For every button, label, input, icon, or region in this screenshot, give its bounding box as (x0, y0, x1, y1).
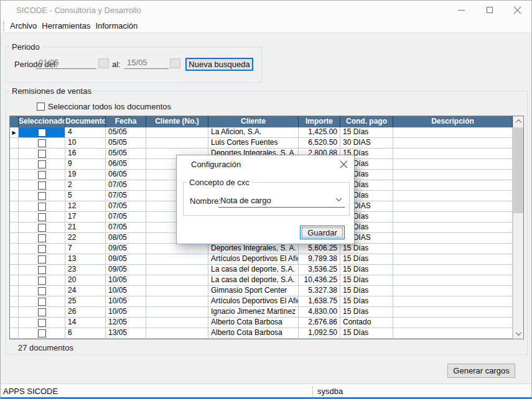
cell-seleccionado[interactable] (19, 286, 65, 296)
cell-cliente-no[interactable] (146, 244, 208, 254)
cell-seleccionado[interactable] (19, 275, 65, 286)
row-selector-cell[interactable] (10, 222, 19, 233)
cell-descripcion[interactable] (393, 222, 513, 233)
cell-cliente[interactable]: Alberto Cota Barbosa (208, 318, 299, 328)
cell-seleccionado[interactable] (19, 318, 65, 328)
cell-seleccionado[interactable] (19, 127, 65, 138)
cell-seleccionado[interactable] (19, 254, 65, 265)
dialog-close-button[interactable] (338, 158, 349, 170)
cell-documento[interactable]: 6 (65, 328, 106, 339)
column-header-documento[interactable]: Documento (65, 116, 106, 127)
row-selector-cell[interactable] (10, 318, 19, 328)
row-selector-cell[interactable] (10, 170, 19, 180)
cell-cliente[interactable]: La casa del deporte, S.A. (208, 265, 299, 275)
cell-cond-pago[interactable]: 30 DIAS (340, 138, 393, 149)
cell-descripcion[interactable] (393, 180, 513, 191)
cell-cliente-no[interactable] (146, 296, 208, 307)
cell-descripcion[interactable] (393, 201, 513, 212)
cell-cliente-no[interactable] (146, 286, 208, 296)
cell-cliente[interactable]: Alberto Cota Barbosa (208, 328, 299, 339)
cell-descripcion[interactable] (393, 286, 513, 296)
row-selector-cell[interactable] (10, 244, 19, 254)
cell-fecha[interactable]: 09/05 (106, 254, 146, 265)
row-checkbox[interactable] (38, 234, 46, 242)
cell-seleccionado[interactable] (19, 222, 65, 233)
cell-descripcion[interactable] (393, 149, 513, 159)
cell-documento[interactable]: 4 (65, 127, 106, 138)
cell-descripcion[interactable] (393, 307, 513, 318)
save-button[interactable]: Guardar (300, 226, 345, 239)
cell-cond-pago[interactable]: 15 Días (340, 307, 393, 318)
row-checkbox[interactable] (38, 203, 46, 211)
row-checkbox[interactable] (38, 213, 46, 221)
cell-importe[interactable]: 2,676.86 (299, 318, 340, 328)
cell-descripcion[interactable] (393, 244, 513, 254)
row-checkbox[interactable] (38, 181, 46, 190)
cell-cliente-no[interactable] (146, 138, 208, 149)
cell-cliente[interactable]: Gimnasio Sport Center (208, 286, 299, 296)
cell-descripcion[interactable] (393, 170, 513, 180)
close-button[interactable] (503, 1, 531, 19)
cell-seleccionado[interactable] (19, 328, 65, 339)
cell-descripcion[interactable] (393, 328, 513, 339)
row-selector-cell[interactable]: ▶ (10, 127, 19, 138)
cell-documento[interactable]: 19 (65, 170, 106, 180)
cell-cliente[interactable]: Deportes Integrales, S. A. (208, 244, 299, 254)
cell-descripcion[interactable] (393, 275, 513, 286)
cell-fecha[interactable]: 13/05 (106, 328, 146, 339)
cell-documento[interactable]: 13 (65, 254, 106, 265)
cell-seleccionado[interactable] (19, 191, 65, 201)
row-selector-cell[interactable] (10, 201, 19, 212)
cell-descripcion[interactable] (393, 191, 513, 201)
cell-fecha[interactable]: 05/05 (106, 149, 146, 159)
column-header-fecha[interactable]: Fecha (106, 116, 146, 127)
cell-descripcion[interactable] (393, 159, 513, 170)
row-selector-cell[interactable] (10, 212, 19, 222)
cell-importe[interactable]: 5,606.25 (299, 244, 340, 254)
cell-fecha[interactable]: 10/05 (106, 296, 146, 307)
cell-descripcion[interactable] (393, 127, 513, 138)
row-selector-cell[interactable] (10, 275, 19, 286)
cell-documento[interactable]: 12 (65, 201, 106, 212)
cell-descripcion[interactable] (393, 296, 513, 307)
cell-seleccionado[interactable] (19, 233, 65, 244)
row-checkbox[interactable] (38, 266, 46, 274)
column-header-cliente[interactable]: Cliente (208, 116, 299, 127)
row-selector-cell[interactable] (10, 233, 19, 244)
row-checkbox[interactable] (38, 245, 46, 253)
cell-cliente-no[interactable] (146, 127, 208, 138)
minimize-button[interactable] (447, 1, 475, 19)
select-all-checkbox[interactable] (37, 103, 45, 111)
cell-fecha[interactable]: 05/05 (106, 127, 146, 138)
row-checkbox[interactable] (38, 298, 46, 306)
cell-cliente-no[interactable] (146, 275, 208, 286)
row-checkbox[interactable] (38, 308, 46, 316)
cell-cond-pago[interactable]: 15 Días (340, 296, 393, 307)
column-header-descripci-n[interactable]: Descripción (393, 116, 513, 127)
column-header-cliente-no[interactable]: Cliente (No.) (146, 116, 208, 127)
cell-importe[interactable]: 1,425.00 (299, 127, 340, 138)
cell-cliente-no[interactable] (146, 265, 208, 275)
new-search-button[interactable]: Nueva busqueda (185, 58, 253, 71)
row-checkbox[interactable] (38, 150, 46, 158)
cell-fecha[interactable]: 07/05 (106, 222, 146, 233)
cell-cliente-no[interactable] (146, 328, 208, 339)
row-selector-cell[interactable] (10, 296, 19, 307)
cell-documento[interactable]: 5 (65, 191, 106, 201)
cell-fecha[interactable]: 10/05 (106, 275, 146, 286)
row-checkbox[interactable] (38, 171, 46, 179)
cell-cond-pago[interactable]: 15 Días (340, 127, 393, 138)
cell-documento[interactable]: 20 (65, 275, 106, 286)
cell-fecha[interactable]: 07/05 (106, 212, 146, 222)
cell-documento[interactable]: 7 (65, 244, 106, 254)
cell-cliente[interactable]: Luis Cortes Fuentes (208, 138, 299, 149)
row-checkbox[interactable] (38, 224, 46, 232)
column-header-selector[interactable] (10, 116, 19, 127)
cell-descripcion[interactable] (393, 265, 513, 275)
menu-grip-handle[interactable] (3, 21, 5, 31)
cell-fecha[interactable]: 10/05 (106, 286, 146, 296)
cell-cond-pago[interactable]: 15 Días (340, 286, 393, 296)
cell-documento[interactable]: 21 (65, 222, 106, 233)
cell-cond-pago[interactable]: 15 Días (340, 275, 393, 286)
row-selector-cell[interactable] (10, 180, 19, 191)
